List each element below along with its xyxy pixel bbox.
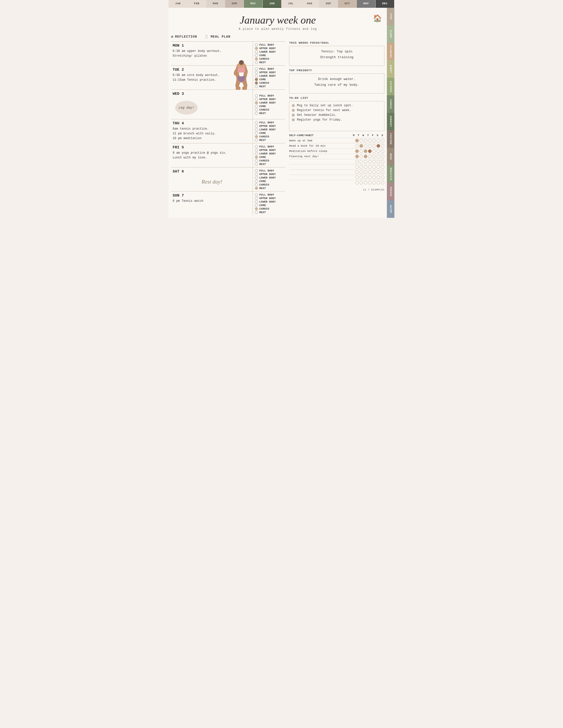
- habit-circle[interactable]: [372, 155, 376, 158]
- habit-circle[interactable]: [381, 139, 384, 142]
- workout-radio[interactable]: [255, 78, 258, 81]
- workout-radio[interactable]: [255, 85, 258, 88]
- workout-radio[interactable]: [255, 132, 258, 135]
- habit-circle[interactable]: [355, 176, 359, 179]
- habit-circle[interactable]: [360, 181, 363, 185]
- workout-option[interactable]: FULL BODY: [255, 67, 283, 70]
- workout-option[interactable]: FULL BODY: [255, 94, 283, 97]
- habit-circle[interactable]: [368, 139, 372, 142]
- workout-radio[interactable]: [255, 139, 258, 142]
- habit-circle[interactable]: [360, 139, 363, 142]
- habit-circle[interactable]: [377, 181, 380, 185]
- workout-radio[interactable]: [255, 50, 258, 53]
- habit-circle[interactable]: [372, 176, 376, 179]
- workout-option[interactable]: UPPER BODY: [255, 197, 283, 200]
- workout-option[interactable]: REST: [255, 85, 283, 88]
- workout-radio[interactable]: [255, 204, 258, 207]
- habit-circle[interactable]: [360, 170, 363, 174]
- workout-option[interactable]: REST: [255, 187, 283, 190]
- workout-option[interactable]: CARDIO: [255, 57, 283, 60]
- habit-circle[interactable]: [364, 181, 367, 185]
- habit-circle[interactable]: [364, 155, 367, 158]
- workout-radio[interactable]: [255, 211, 258, 214]
- habit-circle[interactable]: [368, 176, 372, 179]
- workout-option[interactable]: CORE: [255, 78, 283, 81]
- month-tab-oct[interactable]: OCT: [338, 0, 357, 8]
- workout-option[interactable]: UPPER BODY: [255, 149, 283, 152]
- workout-radio[interactable]: [255, 159, 258, 162]
- habit-circle[interactable]: [368, 155, 372, 158]
- workout-radio[interactable]: [255, 169, 258, 172]
- workout-radio[interactable]: [255, 128, 258, 131]
- workout-radio[interactable]: [255, 152, 258, 155]
- workout-radio[interactable]: [255, 135, 258, 138]
- habit-circle[interactable]: [364, 149, 367, 153]
- workout-radio[interactable]: [255, 197, 258, 200]
- workout-radio[interactable]: [255, 180, 258, 183]
- habit-circle[interactable]: [381, 160, 384, 163]
- workout-radio[interactable]: [255, 112, 258, 115]
- habit-circle[interactable]: [377, 170, 380, 174]
- habit-circle[interactable]: [381, 176, 384, 179]
- habit-circle[interactable]: [377, 139, 380, 142]
- habit-circle[interactable]: [368, 144, 372, 148]
- workout-radio[interactable]: [255, 74, 258, 77]
- workout-radio[interactable]: [255, 156, 258, 159]
- workout-option[interactable]: CORE: [255, 204, 283, 207]
- habit-circle[interactable]: [360, 160, 363, 163]
- month-tab-mar[interactable]: MAR: [206, 0, 225, 8]
- side-tab-habit[interactable]: HABIT: [387, 60, 395, 78]
- habit-circle[interactable]: [381, 155, 384, 158]
- workout-radio[interactable]: [255, 183, 258, 186]
- habit-circle[interactable]: [377, 155, 380, 158]
- workout-option[interactable]: CARDIO: [255, 108, 283, 111]
- workout-option[interactable]: UPPER BODY: [255, 173, 283, 176]
- workout-option[interactable]: UPPER BODY: [255, 47, 283, 50]
- side-tab-sleep[interactable]: SLEEP: [387, 25, 395, 43]
- workout-radio[interactable]: [255, 81, 258, 84]
- workout-radio[interactable]: [255, 98, 258, 101]
- workout-radio[interactable]: [255, 149, 258, 152]
- side-tab-cardio[interactable]: CARDIO: [387, 95, 395, 113]
- habit-circle[interactable]: [360, 144, 363, 148]
- workout-radio[interactable]: [255, 207, 258, 210]
- side-tab-water[interactable]: WATER: [387, 200, 395, 218]
- workout-radio[interactable]: [255, 101, 258, 104]
- workout-radio[interactable]: [255, 71, 258, 74]
- workout-radio[interactable]: [255, 108, 258, 111]
- habit-circle[interactable]: [368, 165, 372, 169]
- workout-option[interactable]: CORE: [255, 180, 283, 183]
- workout-option[interactable]: REST: [255, 163, 283, 166]
- habit-circle[interactable]: [372, 160, 376, 163]
- workout-radio[interactable]: [255, 193, 258, 196]
- habit-circle[interactable]: [364, 139, 367, 142]
- workout-option[interactable]: FULL BODY: [255, 121, 283, 124]
- month-tab-apr[interactable]: APR: [225, 0, 244, 8]
- habit-circle[interactable]: [364, 176, 367, 179]
- workout-option[interactable]: REST: [255, 61, 283, 64]
- habit-circle[interactable]: [372, 149, 376, 153]
- habit-circle[interactable]: [355, 139, 359, 142]
- side-tab-workout[interactable]: WORKOUT: [387, 113, 395, 130]
- habit-circle[interactable]: [381, 149, 384, 153]
- workout-option[interactable]: FULL BODY: [255, 193, 283, 196]
- workout-radio[interactable]: [255, 61, 258, 64]
- workout-radio[interactable]: [255, 105, 258, 108]
- workout-radio[interactable]: [255, 187, 258, 190]
- workout-option[interactable]: LOWER BODY: [255, 101, 283, 104]
- habit-circle[interactable]: [372, 139, 376, 142]
- workout-option[interactable]: UPPER BODY: [255, 125, 283, 128]
- month-tab-feb[interactable]: FEB: [187, 0, 206, 8]
- workout-option[interactable]: REST: [255, 211, 283, 214]
- habit-circle[interactable]: [368, 170, 372, 174]
- workout-radio[interactable]: [255, 200, 258, 203]
- habit-circle[interactable]: [381, 165, 384, 169]
- habit-circle[interactable]: [355, 149, 359, 153]
- workout-radio[interactable]: [255, 94, 258, 97]
- side-tab-calories[interactable]: CALORIES: [387, 43, 395, 60]
- workout-option[interactable]: UPPER BODY: [255, 71, 283, 74]
- workout-option[interactable]: CARDIO: [255, 135, 283, 138]
- side-tab-period[interactable]: PERIOD: [387, 183, 395, 200]
- habit-circle[interactable]: [381, 144, 384, 148]
- habit-circle[interactable]: [364, 144, 367, 148]
